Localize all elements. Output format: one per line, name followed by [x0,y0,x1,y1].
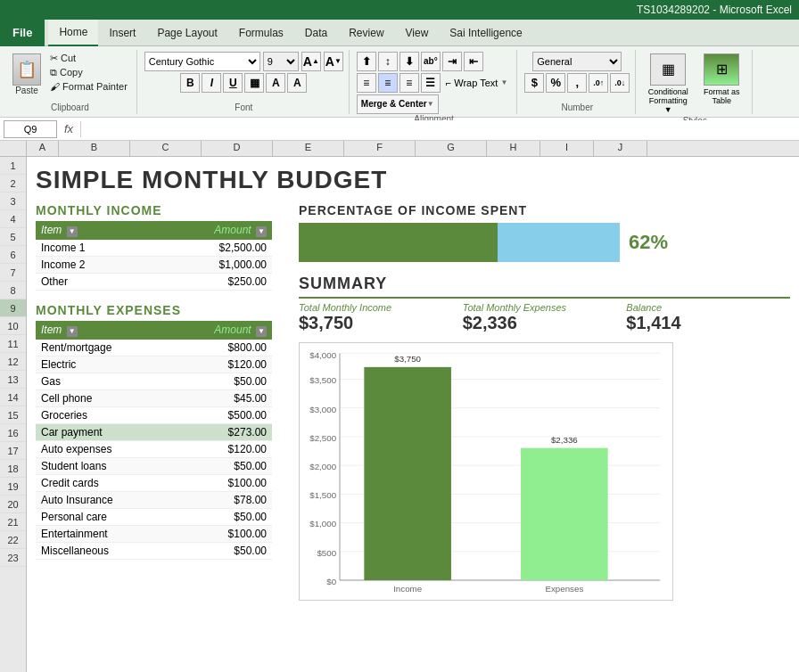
cell-reference-input[interactable] [4,120,57,138]
col-header-f[interactable]: F [344,141,416,156]
font-size-select[interactable]: 9 [263,52,299,71]
expense-amount-cell[interactable]: $273.00 [169,424,272,441]
border-button[interactable]: ▦ [244,73,264,93]
expense-amount-cell[interactable]: $50.00 [169,458,272,475]
italic-button[interactable]: I [202,73,221,93]
format-painter-button[interactable]: 🖌 Format Painter [46,80,131,93]
decrease-font-button[interactable]: A▼ [324,52,343,71]
currency-button[interactable]: $ [524,73,544,93]
paste-button[interactable]: 📋 Paste [9,52,45,97]
income-amount-filter-icon[interactable]: ▼ [256,226,267,237]
income-amount-cell[interactable]: $250.00 [145,274,272,291]
expense-amount-cell[interactable]: $500.00 [169,407,272,424]
col-header-c[interactable]: C [130,141,202,156]
income-amount-cell[interactable]: $1,000.00 [145,257,272,274]
expenses-item-header[interactable]: Item ▼ [36,321,169,340]
expense-amount-cell[interactable]: $100.00 [169,475,272,492]
row-num-12[interactable]: 12 [0,353,26,371]
expense-item-cell[interactable]: Gas [36,373,169,390]
merge-center-button[interactable]: Merge & Center ▼ [357,94,439,114]
row-num-16[interactable]: 16 [0,424,26,442]
row-num-2[interactable]: 2 [0,175,26,193]
row-num-13[interactable]: 13 [0,371,26,389]
row-num-19[interactable]: 19 [0,478,26,496]
col-header-a[interactable]: A [27,141,59,156]
row-num-22[interactable]: 22 [0,531,26,549]
expense-item-cell[interactable]: Rent/mortgage [36,340,169,356]
data-tab[interactable]: Data [294,20,338,46]
expense-item-cell[interactable]: Car payment [36,424,169,441]
view-tab[interactable]: View [395,20,440,46]
col-header-d[interactable]: D [202,141,273,156]
font-name-select[interactable]: Century Gothic [144,52,260,71]
row-num-15[interactable]: 15 [0,406,26,424]
income-item-cell[interactable]: Income 2 [36,257,145,274]
row-num-9[interactable]: 9 [0,299,26,317]
orientation-button[interactable]: ab° [421,52,441,71]
expense-item-cell[interactable]: Credit cards [36,475,169,492]
income-bar[interactable] [364,367,451,580]
expense-item-cell[interactable]: Miscellaneous [36,543,169,560]
income-item-filter-icon[interactable]: ▼ [67,226,78,237]
expense-amount-cell[interactable]: $800.00 [169,340,272,356]
expense-amount-cell[interactable]: $50.00 [169,543,272,560]
align-right-button[interactable]: ≡ [400,73,419,93]
align-middle-button[interactable]: ↕ [378,52,398,71]
align-top-button[interactable]: ⬆ [357,52,376,71]
conditional-formatting-button[interactable]: ▦ ConditionalFormatting ▼ [643,52,693,116]
row-num-4[interactable]: 4 [0,210,26,228]
income-amount-cell[interactable]: $2,500.00 [145,240,272,257]
expense-amount-cell[interactable]: $100.00 [169,526,272,543]
col-header-b[interactable]: B [59,141,130,156]
expense-item-cell[interactable]: Groceries [36,407,169,424]
income-amount-header[interactable]: Amount ▼ [145,221,272,240]
file-tab[interactable]: File [0,20,45,46]
row-num-23[interactable]: 23 [0,549,26,567]
expenses-bar[interactable] [521,448,608,580]
align-left-button[interactable]: ≡ [357,73,376,93]
expense-item-cell[interactable]: Cell phone [36,390,169,407]
increase-indent-button[interactable]: ⇥ [442,52,462,71]
font-color-button[interactable]: A [287,73,307,93]
col-header-i[interactable]: I [540,141,594,156]
expense-amount-cell[interactable]: $78.00 [169,492,272,509]
row-num-11[interactable]: 11 [0,335,26,353]
increase-font-button[interactable]: A▲ [301,52,321,71]
row-num-17[interactable]: 17 [0,442,26,460]
row-num-21[interactable]: 21 [0,513,26,531]
row-num-8[interactable]: 8 [0,282,26,299]
col-header-j[interactable]: J [594,141,647,156]
expense-amount-cell[interactable]: $45.00 [169,390,272,407]
decrease-decimal-button[interactable]: .0↓ [610,73,630,93]
formulas-tab[interactable]: Formulas [228,20,294,46]
percent-button[interactable]: % [546,73,565,93]
insert-tab[interactable]: Insert [98,20,146,46]
row-num-18[interactable]: 18 [0,460,26,478]
number-format-select[interactable]: General [532,52,622,71]
align-bottom-button[interactable]: ⬇ [400,52,419,71]
formula-input[interactable] [85,120,795,138]
expense-item-cell[interactable]: Auto Insurance [36,492,169,509]
underline-button[interactable]: U [223,73,243,93]
row-num-10[interactable]: 10 [0,317,26,335]
expense-item-cell[interactable]: Student loans [36,458,169,475]
row-num-14[interactable]: 14 [0,389,26,406]
format-as-table-button[interactable]: ⊞ Format as Table [696,52,746,107]
increase-decimal-button[interactable]: .0↑ [589,73,608,93]
row-num-3[interactable]: 3 [0,193,26,210]
sai-tab[interactable]: Sai Intelligence [439,20,532,46]
home-tab[interactable]: Home [48,20,98,46]
expense-amount-cell[interactable]: $50.00 [169,373,272,390]
row-num-1[interactable]: 1 [0,157,26,175]
expense-amount-cell[interactable]: $120.00 [169,441,272,458]
expenses-amount-header[interactable]: Amount ▼ [169,321,272,340]
comma-button[interactable]: , [567,73,587,93]
wrap-text-button[interactable]: ⌐ Wrap Text ▼ [442,73,511,93]
align-center-button[interactable]: ≡ [378,73,398,93]
expense-amount-cell[interactable]: $50.00 [169,509,272,526]
expense-item-cell[interactable]: Personal care [36,509,169,526]
row-num-6[interactable]: 6 [0,246,26,264]
income-item-cell[interactable]: Other [36,274,145,291]
expense-amount-cell[interactable]: $120.00 [169,356,272,373]
cut-button[interactable]: ✂ Cut [46,52,131,65]
